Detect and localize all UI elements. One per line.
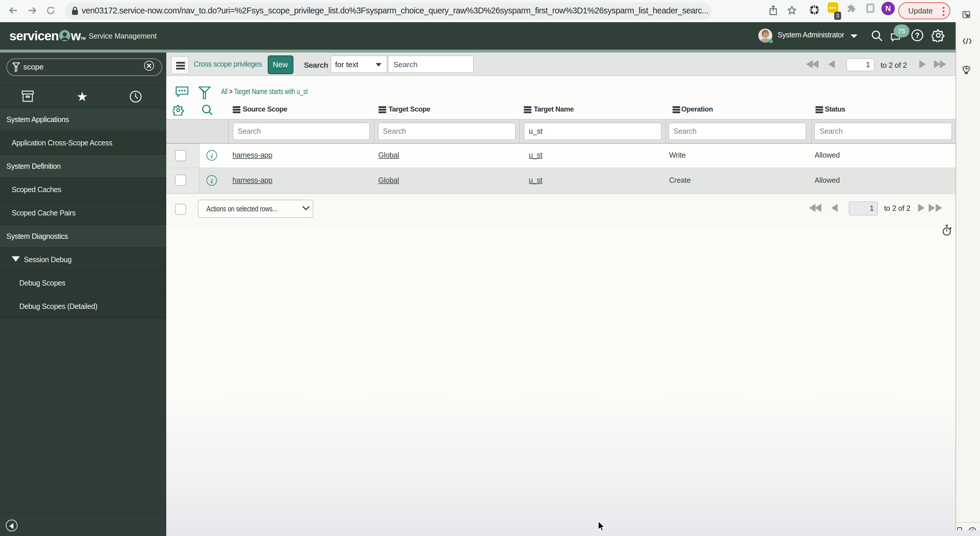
- svg-text:?: ?: [915, 31, 920, 40]
